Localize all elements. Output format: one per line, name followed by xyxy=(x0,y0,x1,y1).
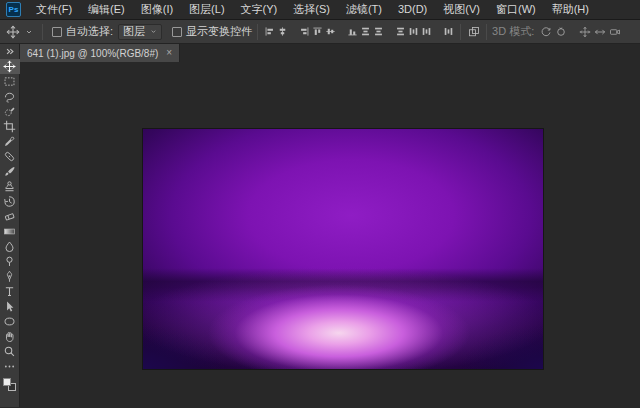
menu-item-select[interactable]: 选择(S) xyxy=(285,0,338,19)
current-tool-icon[interactable] xyxy=(5,23,20,41)
shape-tool[interactable] xyxy=(0,314,20,329)
color-swatches[interactable] xyxy=(0,376,20,394)
separator xyxy=(257,24,258,40)
eraser-tool[interactable] xyxy=(0,209,20,224)
chevron-down-icon xyxy=(150,28,157,35)
3d-mode-label: 3D 模式: xyxy=(492,24,534,39)
lasso-tool[interactable] xyxy=(0,89,20,104)
align-vertical-center-icon[interactable] xyxy=(324,23,337,41)
close-icon[interactable]: × xyxy=(166,48,172,58)
3d-slide-icon[interactable] xyxy=(592,23,607,41)
quick-selection-tool[interactable] xyxy=(0,104,20,119)
marquee-tool[interactable] xyxy=(0,74,20,89)
document-tab[interactable]: 641 (1).jpg @ 100%(RGB/8#) × xyxy=(20,44,180,62)
document-area: 641 (1).jpg @ 100%(RGB/8#) × xyxy=(20,44,640,407)
auto-select-checkbox[interactable] xyxy=(52,27,62,37)
align-bottom-icon[interactable] xyxy=(346,23,359,41)
crop-tool[interactable] xyxy=(0,119,20,134)
tool-preset-chevron-icon[interactable] xyxy=(21,23,36,41)
menu-item-filter[interactable]: 滤镜(T) xyxy=(338,0,390,19)
separator xyxy=(460,24,461,40)
document-tab-bar: 641 (1).jpg @ 100%(RGB/8#) × xyxy=(20,44,640,62)
3d-pan-icon[interactable] xyxy=(577,23,592,41)
edit-toolbar-button[interactable] xyxy=(0,359,20,374)
path-selection-tool[interactable] xyxy=(0,299,20,314)
document-image[interactable] xyxy=(143,129,543,369)
hand-tool[interactable] xyxy=(0,329,20,344)
distribute-bottom-icon[interactable] xyxy=(394,23,407,41)
menu-bar: Ps 文件(F) 编辑(E) 图像(I) 图层(L) 文字(Y) 选择(S) 滤… xyxy=(0,0,640,20)
show-transform-checkbox[interactable] xyxy=(172,27,182,37)
distribute-horizontal-center-icon[interactable] xyxy=(420,23,433,41)
history-brush-tool[interactable] xyxy=(0,194,20,209)
align-buttons xyxy=(263,23,455,41)
healing-brush-tool[interactable] xyxy=(0,149,20,164)
tool-options-bar: 自动选择: 图层 显示变换控件 xyxy=(0,20,640,44)
menu-item-window[interactable]: 窗口(W) xyxy=(488,0,544,19)
distribute-right-icon[interactable] xyxy=(442,23,455,41)
3d-orbit-icon[interactable] xyxy=(538,23,553,41)
align-top-icon[interactable] xyxy=(311,23,324,41)
separator xyxy=(42,24,43,40)
3d-roll-icon[interactable] xyxy=(553,23,568,41)
auto-select-target-dropdown[interactable]: 图层 xyxy=(118,24,162,40)
distribute-vertical-center-icon[interactable] xyxy=(372,23,385,41)
menu-item-layer[interactable]: 图层(L) xyxy=(181,0,232,19)
photoshop-logo: Ps xyxy=(6,2,21,17)
menu-item-view[interactable]: 视图(V) xyxy=(435,0,488,19)
tools-panel xyxy=(0,44,20,407)
menu-item-file[interactable]: 文件(F) xyxy=(28,0,80,19)
menu-item-help[interactable]: 帮助(H) xyxy=(544,0,597,19)
menu-item-image[interactable]: 图像(I) xyxy=(133,0,181,19)
menu-item-3d[interactable]: 3D(D) xyxy=(390,0,435,19)
gradient-tool[interactable] xyxy=(0,224,20,239)
dodge-tool[interactable] xyxy=(0,254,20,269)
3d-mode-buttons xyxy=(538,23,622,41)
align-right-icon[interactable] xyxy=(298,23,311,41)
document-tab-title: 641 (1).jpg @ 100%(RGB/8#) xyxy=(27,48,158,59)
type-tool[interactable] xyxy=(0,284,20,299)
canvas-workspace xyxy=(20,62,640,407)
clone-stamp-tool[interactable] xyxy=(0,179,20,194)
move-tool[interactable] xyxy=(0,59,20,74)
menu-items: 文件(F) 编辑(E) 图像(I) 图层(L) 文字(Y) 选择(S) 滤镜(T… xyxy=(28,0,597,19)
blur-tool[interactable] xyxy=(0,239,20,254)
3d-camera-icon[interactable] xyxy=(607,23,622,41)
menu-item-type[interactable]: 文字(Y) xyxy=(233,0,286,19)
align-horizontal-center-icon[interactable] xyxy=(276,23,289,41)
distribute-left-icon[interactable] xyxy=(407,23,420,41)
pen-tool[interactable] xyxy=(0,269,20,284)
distribute-top-icon[interactable] xyxy=(359,23,372,41)
auto-select-target-value: 图层 xyxy=(123,24,145,39)
align-left-icon[interactable] xyxy=(263,23,276,41)
auto-select-label: 自动选择: xyxy=(66,24,113,39)
zoom-tool[interactable] xyxy=(0,344,20,359)
collapse-tools-button[interactable] xyxy=(0,44,20,59)
auto-align-layers-icon[interactable] xyxy=(466,23,481,41)
show-transform-label: 显示变换控件 xyxy=(186,24,252,39)
foreground-color-swatch[interactable] xyxy=(3,378,11,386)
brush-tool[interactable] xyxy=(0,164,20,179)
3d-mode-group: 3D 模式: xyxy=(492,23,622,41)
main-area: 641 (1).jpg @ 100%(RGB/8#) × xyxy=(0,44,640,407)
separator xyxy=(486,24,487,40)
menu-item-edit[interactable]: 编辑(E) xyxy=(80,0,133,19)
eyedropper-tool[interactable] xyxy=(0,134,20,149)
